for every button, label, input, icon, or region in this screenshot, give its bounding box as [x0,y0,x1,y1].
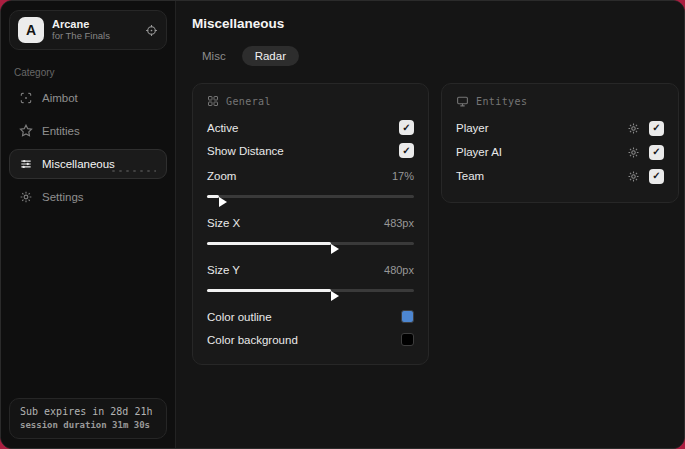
entity-label: Player [456,122,489,134]
entity-settings-gear-icon[interactable] [627,170,640,183]
size-y-value: 480px [384,264,414,276]
gear-icon [19,190,33,204]
entities-panel-title: Entityes [476,96,527,107]
sidebar-item-label: Entities [42,125,80,137]
color-outline-swatch[interactable] [401,310,414,323]
sidebar-item-label: Miscellaneous [42,158,115,170]
color-background-swatch[interactable] [401,333,414,346]
sidebar-item-miscellaneous[interactable]: Miscellaneous [9,149,167,179]
entity-settings-gear-icon[interactable] [627,146,640,159]
entity-row-team: Team [456,165,664,187]
general-panel-title: General [226,96,271,107]
size-x-slider[interactable] [207,237,414,249]
session-duration-text: session duration 31m 30s [20,420,156,430]
active-label: Active [207,122,238,134]
slider-thumb[interactable] [331,244,339,254]
sidebar: A Arcane for The Finals Category Aimbot [1,1,176,448]
page-title: Miscellaneous [192,16,679,31]
category-label: Category [14,67,162,78]
brand-name: Arcane [52,18,137,31]
active-checkbox[interactable] [399,120,414,135]
aimbot-scope-icon [19,91,33,105]
sidebar-nav: Aimbot Entities Miscellaneous Settings [1,83,175,212]
zoom-value: 17% [392,170,414,182]
active-row: Active [207,116,414,139]
size-x-value: 483px [384,217,414,229]
size-x-label: Size X [207,217,240,229]
entities-box-icon [19,124,33,138]
sidebar-item-entities[interactable]: Entities [9,116,167,146]
color-outline-row: Color outline [207,305,414,328]
tab-bar: Misc Radar [192,46,679,66]
zoom-label: Zoom [207,170,236,182]
sub-expiry-text: Sub expires in 28d 21h [20,406,156,417]
zoom-slider[interactable] [207,190,414,202]
subscription-card: Sub expires in 28d 21h session duration … [9,398,167,439]
tab-misc[interactable]: Misc [192,46,236,66]
entity-checkbox[interactable] [649,169,664,184]
arcane-logo: A [18,17,44,43]
color-outline-label: Color outline [207,311,272,323]
entities-panel: Entityes Player Player AI [441,83,679,203]
size-y-field: Size Y 480px [207,258,414,296]
entity-checkbox[interactable] [649,121,664,136]
zoom-field: Zoom 17% [207,164,414,202]
entity-settings-gear-icon[interactable] [627,122,640,135]
brand-card: A Arcane for The Finals [9,10,167,50]
size-y-slider[interactable] [207,284,414,296]
main-content: Miscellaneous Misc Radar General Active [176,1,685,448]
monitor-icon [456,95,469,108]
app-window: A Arcane for The Finals Category Aimbot [0,0,685,449]
slider-thumb[interactable] [219,197,227,207]
show-distance-checkbox[interactable] [399,143,414,158]
show-distance-row: Show Distance [207,139,414,162]
general-panel: General Active Show Distance Zoom 17% [192,83,429,365]
sliders-icon [19,157,33,171]
sidebar-item-aimbot[interactable]: Aimbot [9,83,167,113]
slider-thumb[interactable] [331,291,339,301]
entity-label: Player AI [456,146,502,158]
sidebar-item-label: Settings [42,191,84,203]
grid-icon [207,95,219,107]
sidebar-item-settings[interactable]: Settings [9,182,167,212]
size-x-field: Size X 483px [207,211,414,249]
tab-radar[interactable]: Radar [242,46,299,66]
dots-decoration [110,168,156,174]
brand-subtitle: for The Finals [52,31,137,42]
entity-label: Team [456,170,484,182]
show-distance-label: Show Distance [207,145,284,157]
entity-row-player-ai: Player AI [456,141,664,163]
entity-row-player: Player [456,117,664,139]
crosshair-icon[interactable] [145,24,158,37]
entity-checkbox[interactable] [649,145,664,160]
sidebar-item-label: Aimbot [42,92,78,104]
color-background-row: Color background [207,328,414,351]
size-y-label: Size Y [207,264,240,276]
color-background-label: Color background [207,334,298,346]
